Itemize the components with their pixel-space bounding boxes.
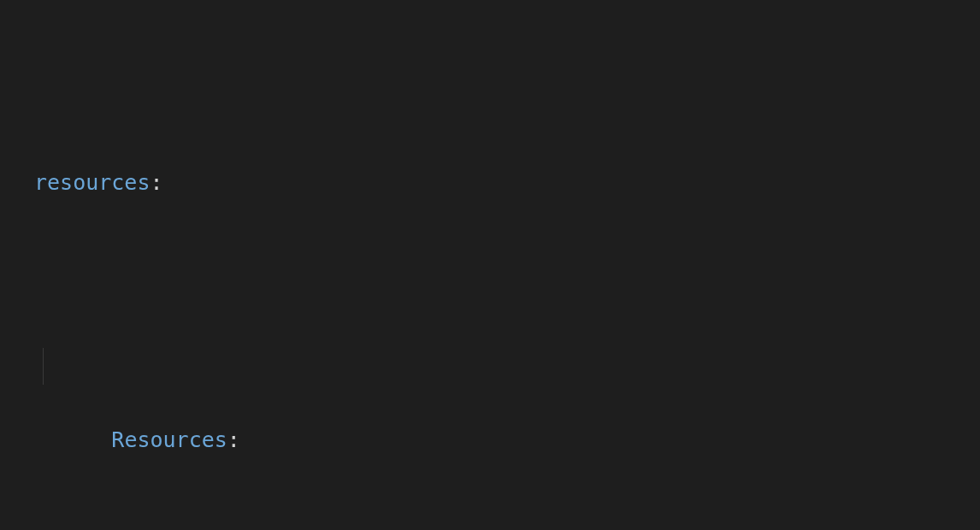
yaml-colon: : <box>150 170 162 195</box>
code-line[interactable]: Resources: <box>34 348 980 385</box>
indent-guide <box>43 348 44 385</box>
code-line[interactable]: resources: <box>34 164 980 201</box>
code-editor[interactable]: resources: Resources: Results: Type: AWS… <box>0 0 980 530</box>
yaml-key: resources <box>34 170 150 195</box>
yaml-colon: : <box>227 427 240 452</box>
yaml-indent <box>86 427 111 452</box>
yaml-key: Resources <box>111 427 227 452</box>
